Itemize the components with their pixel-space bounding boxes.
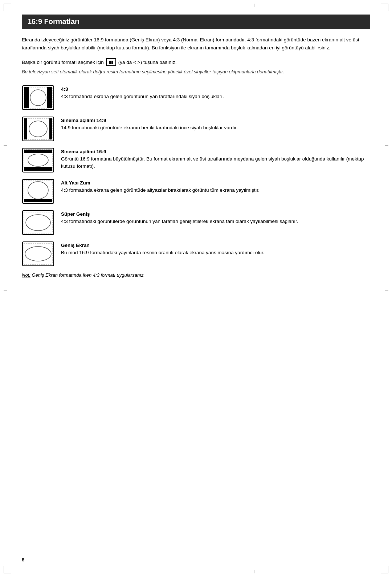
format-desc-alt-yasi-zum: 4:3 formatında ekrana gelen görüntüde al… [61, 187, 370, 194]
italic-note: Bu televizyon seti otomatik olarak doğru… [22, 68, 370, 76]
format-desc-sinema-16-9: Görüntü 16:9 formatına büyütülmüştür. Bu… [61, 155, 370, 170]
tv-icon-sinema-16-9 [22, 147, 54, 173]
svg-rect-7 [24, 118, 27, 139]
format-desc-4-3: 4:3 formatında ekrana gelen görüntünün y… [61, 93, 370, 100]
section-title: 16:9 Formatları [22, 15, 370, 29]
format-item-sinema-14-9: Sinema açilimi 14:9 14:9 formatındaki gö… [22, 113, 370, 145]
tick-left-2 [4, 290, 7, 291]
tv-icon-genis-ekran [22, 241, 54, 267]
svg-rect-22 [23, 242, 54, 266]
svg-rect-19 [23, 211, 54, 235]
tick-bottom-1 [138, 570, 138, 573]
tv-icon-alt-yasi-zum [22, 179, 54, 204]
tv-icon-super-genis [22, 210, 54, 235]
format-desc-genis-ekran: Bu mod 16:9 formatındaki yayınlarda resm… [61, 249, 370, 256]
tick-right-1 [385, 145, 388, 146]
tick-left-1 [4, 145, 7, 146]
svg-point-9 [29, 121, 47, 137]
intro-text: Ekranda izleyeceğiniz görüntüler 16:9 fo… [22, 36, 370, 52]
instruction-text: Başka bir görüntü formatı seçmek için [22, 60, 104, 65]
tick-top-2 [254, 4, 254, 7]
svg-point-18 [28, 182, 48, 199]
format-content-sinema-16-9: Sinema açilimi 16:9 Görüntü 16:9 formatı… [61, 147, 370, 170]
format-item-genis-ekran: Geniş Ekran Bu mod 16:9 formatındaki yay… [22, 238, 370, 269]
corner-mark-tr [381, 4, 388, 11]
format-content-4-3: 4:3 4:3 formatında ekrana gelen görüntün… [61, 85, 370, 100]
svg-rect-13 [24, 167, 52, 171]
format-item-sinema-16-9: Sinema açilimi 16:9 Görüntü 16:9 formatı… [22, 145, 370, 176]
svg-rect-17 [24, 199, 52, 202]
format-desc-sinema-14-9: 14:9 formatındaki görüntüde ekranın her … [61, 124, 370, 131]
footer-note-prefix: Not: [22, 272, 30, 278]
format-item-super-genis: Süper Geniş 4:3 formatındaki görüntülerd… [22, 207, 370, 238]
format-content-genis-ekran: Geniş Ekran Bu mod 16:9 formatındaki yay… [61, 241, 370, 256]
footer-note-text: Geniş Ekran formatında iken 4:3 formatı … [30, 272, 145, 278]
svg-rect-5 [23, 117, 54, 141]
svg-rect-6 [24, 118, 52, 139]
svg-rect-3 [47, 87, 52, 108]
tv-icon-4-3 [22, 85, 54, 110]
corner-mark-bl [4, 566, 11, 573]
format-title-super-genis: Süper Geniş [61, 211, 370, 217]
format-title-genis-ekran: Geniş Ekran [61, 243, 370, 248]
format-button-icon: ▮▮ [106, 58, 116, 66]
corner-mark-br [381, 566, 388, 573]
svg-rect-12 [24, 150, 52, 153]
tick-top-1 [138, 4, 138, 7]
format-content-alt-yasi-zum: Alt Yası Zum 4:3 formatında ekrana gelen… [61, 179, 370, 194]
svg-rect-2 [24, 87, 29, 108]
tv-icon-sinema-14-9 [22, 116, 54, 142]
svg-rect-20 [24, 212, 52, 233]
format-content-sinema-14-9: Sinema açilimi 14:9 14:9 formatındaki gö… [61, 116, 370, 131]
format-desc-super-genis: 4:3 formatındaki görüntülerde görüntünün… [61, 218, 370, 225]
footer-note: Not: Geniş Ekran formatında iken 4:3 for… [22, 272, 370, 278]
svg-point-4 [30, 90, 46, 106]
format-title-sinema-14-9: Sinema açilimi 14:9 [61, 118, 370, 123]
svg-point-24 [25, 247, 51, 261]
format-item-4-3: 4:3 4:3 formatında ekrana gelen görüntün… [22, 82, 370, 113]
page-number: 8 [22, 557, 24, 562]
svg-point-14 [28, 154, 48, 166]
svg-rect-8 [49, 118, 52, 139]
format-title-4-3: 4:3 [61, 86, 370, 92]
format-item-alt-yasi-zum: Alt Yası Zum 4:3 formatında ekrana gelen… [22, 176, 370, 207]
format-list: 4:3 4:3 formatında ekrana gelen görüntün… [22, 82, 370, 269]
tick-right-2 [385, 290, 388, 291]
tick-bottom-2 [254, 570, 254, 573]
instruction-line: Başka bir görüntü formatı seçmek için ▮▮… [22, 58, 370, 66]
svg-point-21 [26, 215, 50, 231]
instruction-mid: (ya da < >) tuşuna basınız. [118, 60, 177, 65]
format-content-super-genis: Süper Geniş 4:3 formatındaki görüntülerd… [61, 210, 370, 225]
format-title-sinema-16-9: Sinema açilimi 16:9 [61, 149, 370, 154]
corner-mark-tl [4, 4, 11, 11]
format-title-alt-yasi-zum: Alt Yası Zum [61, 180, 370, 186]
